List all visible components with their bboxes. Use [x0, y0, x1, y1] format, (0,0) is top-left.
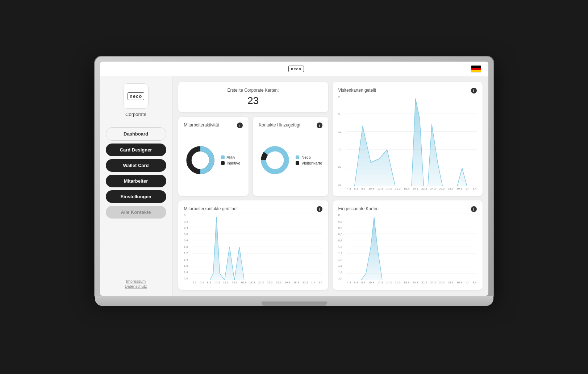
donut-row: Mitarbeiteraktivität i	[178, 117, 328, 196]
impressum-link[interactable]: Impressum	[126, 279, 146, 283]
main-content: Erstellte Corporate Karten: 23 Visitenka…	[172, 76, 488, 296]
sidebar-brand: Corporate	[125, 112, 146, 117]
kontakte-info[interactable]: i	[317, 122, 322, 128]
visitenkarten-info-icon[interactable]: i	[471, 88, 477, 94]
legend-neco: Neco	[296, 155, 322, 159]
visitenkarten-y-labels: 25 20 15 10 5 0	[338, 95, 346, 186]
mitarbeiteraktivitaet-content: Aktiv Inaktive	[184, 130, 243, 190]
screen: neco neco Corporate Das	[100, 62, 488, 296]
stat-title: Erstellte Corporate Karten:	[184, 88, 322, 93]
mitarbeiterkontakte-info[interactable]: i	[317, 206, 322, 212]
mitarbeiterkontakte-header: Mitarbeiterkontakte geöffnet i	[184, 206, 322, 213]
laptop-frame: neco neco Corporate Das	[95, 57, 493, 317]
sidebar-logo: neco	[128, 92, 144, 100]
legend-aktiv-dot	[221, 155, 225, 159]
kontakte-header: Kontakte Hinzugefügt i	[259, 122, 322, 130]
mitarbeiteraktivitaet-info[interactable]: i	[237, 122, 243, 128]
visitenkarten-x-labels: 4.3 6.3 8.3 10.3 12.3 14.3 16.3 18.3 20.…	[338, 186, 477, 190]
mitarbeiteraktivitaet-title: Mitarbeiteraktivität	[184, 122, 219, 128]
eingescannte-y-labels: 2,0 1,8 1,6 1,4 1,2 1,0 0,8 0,6 0,4 0,	[338, 213, 346, 280]
visitenkarten-chart-area	[346, 95, 477, 186]
eingescannte-svg	[346, 213, 477, 280]
eingescannte-title: Eingescannte Karten	[338, 206, 379, 211]
nav-mitarbeiter[interactable]: Mitarbeiter	[106, 175, 166, 187]
mitarbeiterkontakte-svg	[192, 213, 322, 280]
eingescannte-info[interactable]: i	[471, 206, 477, 212]
stat-card: Erstellte Corporate Karten: 23	[178, 82, 328, 112]
header-logo: neco	[288, 66, 304, 72]
legend-visitenkarte: Visitenkarte	[296, 161, 322, 165]
mitarbeiteraktivitaet-header: Mitarbeiteraktivität i	[184, 122, 243, 130]
kontakte-donut	[259, 144, 291, 176]
kontakte-content: Neco Visitenkarte	[259, 130, 322, 190]
mitarbeiterkontakte-x-labels: 4.3 6.3 8.3 10.3 12.3 14.3 16.3 18.3 20.…	[184, 280, 322, 284]
nav-wallet-card[interactable]: Wallet Card	[106, 159, 166, 172]
svg-point-8	[194, 154, 206, 166]
visitenkarten-svg	[346, 95, 477, 186]
language-flag[interactable]	[471, 65, 481, 72]
app-body: neco Corporate Dashboard Card Designer W…	[100, 76, 488, 296]
legend-inaktiv-dot	[221, 161, 225, 165]
mitarbeiteraktivitaet-legend: Aktiv Inaktive	[221, 155, 241, 165]
mitarbeiteraktivitaet-card: Mitarbeiteraktivität i	[178, 117, 249, 196]
sidebar-logo-box: neco	[123, 83, 149, 109]
mitarbeiteraktivitaet-donut	[184, 144, 217, 176]
laptop-base	[95, 296, 493, 306]
mitarbeiterkontakte-title: Mitarbeiterkontakte geöffnet	[184, 206, 238, 211]
visitenkarten-chart-card: Visitenkarten geteilt i 25 20 15 10 5	[333, 82, 483, 196]
app-header: neco	[100, 62, 488, 76]
kontakte-card: Kontakte Hinzugefügt i	[253, 117, 328, 196]
visitenkarten-title: Visitenkarten geteilt	[338, 88, 376, 93]
laptop-notch	[262, 302, 327, 306]
sidebar-logo-area: neco Corporate	[106, 83, 166, 117]
kontakte-legend: Neco Visitenkarte	[296, 155, 322, 165]
mitarbeiterkontakte-card: Mitarbeiterkontakte geöffnet i 2,0 1,8 1…	[178, 200, 328, 290]
datenschutz-link[interactable]: Datenschutz	[125, 284, 147, 288]
eingescannte-chart	[346, 213, 477, 280]
nav-alle-kontakte[interactable]: Alle Kontakte	[106, 206, 166, 219]
screen-bezel: neco neco Corporate Das	[95, 57, 493, 296]
eingescannte-header: Eingescannte Karten i	[338, 206, 477, 213]
sidebar: neco Corporate Dashboard Card Designer W…	[100, 76, 172, 296]
visitenkarten-header: Visitenkarten geteilt i	[338, 88, 477, 95]
legend-aktiv: Aktiv	[221, 155, 241, 159]
nav-einstellungen[interactable]: Einstellungen	[106, 190, 166, 203]
eingescannte-x-labels: 4.3 6.3 8.3 10.3 12.3 14.3 16.3 18.3 20.…	[338, 280, 477, 284]
sidebar-footer: Impressum Datenschutz	[106, 279, 166, 288]
legend-neco-dot	[296, 155, 299, 159]
nav-card-designer[interactable]: Card Designer	[106, 144, 166, 156]
eingescannte-karten-card: Eingescannte Karten i 2,0 1,8 1,6 1,4	[333, 200, 483, 290]
mitarbeiterkontakte-y-labels: 2,0 1,8 1,6 1,4 1,2 1,0 0,8 0,6 0,4 0,	[184, 213, 192, 280]
mitarbeiterkontakte-chart	[192, 213, 322, 280]
stat-value: 23	[184, 95, 322, 107]
nav-dashboard[interactable]: Dashboard	[106, 127, 166, 141]
legend-visitenkarte-dot	[296, 161, 299, 165]
kontakte-title: Kontakte Hinzugefügt	[259, 122, 300, 128]
svg-point-11	[269, 154, 281, 166]
legend-inaktiv: Inaktive	[221, 161, 241, 165]
